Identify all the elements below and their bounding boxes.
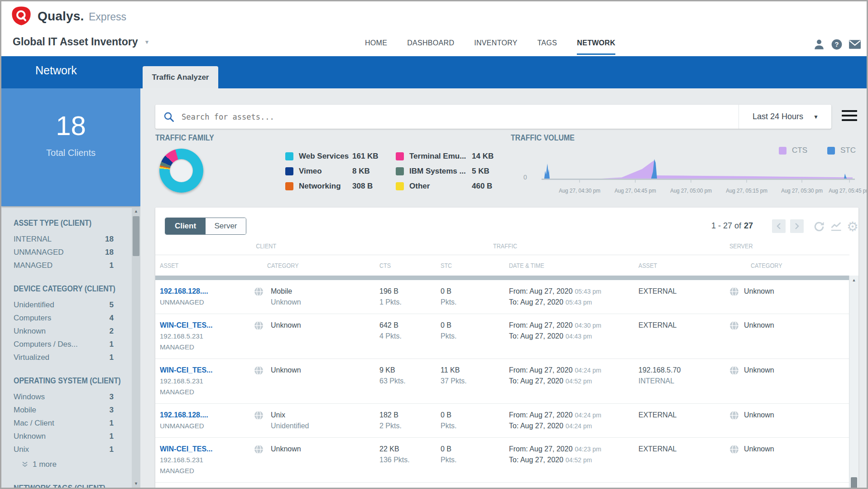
chart-view-button[interactable] [829,219,844,234]
asset-link[interactable]: 192.168.128.... [155,410,248,421]
horizontal-scrollbar[interactable] [155,276,849,280]
table-scrollbar[interactable]: ▲ ▼ [849,276,858,488]
filter-group-network-tags: NETWORK TAGS (CLIENT) [1,483,132,488]
traffic-family-donut-chart [159,149,203,193]
legend-swatch-vimeo [285,167,293,175]
table-row[interactable]: 192.168.128....UNMANAGED MobileUnknown 1… [155,280,849,314]
globe-icon [254,411,264,431]
chevron-down-icon: ▼ [813,114,819,120]
sidebar-item-unknown-os[interactable]: Unknown1 [1,430,132,443]
mail-icon[interactable] [849,39,861,50]
pagination-label: 1 - 27 of27 [711,221,753,231]
search-icon [163,111,174,122]
legend-swatch-networking [285,182,293,190]
page-title: Network [35,64,77,77]
menu-icon[interactable] [842,110,857,124]
sidebar-item-unknown[interactable]: Unknown2 [1,324,132,338]
scroll-down-icon[interactable]: ▼ [132,479,140,488]
globe-icon [254,366,264,397]
main-nav: HOME DASHBOARD INVENTORY TAGS NETWORK [365,39,615,55]
scrollbar-thumb[interactable] [851,477,857,488]
group-title: NETWORK TAGS (CLIENT) [14,483,106,488]
table-row[interactable]: WIN-CEI_TES...192.168.5.231MANAGED Unkno… [155,438,849,483]
nav-tags[interactable]: TAGS [537,39,557,55]
table-row[interactable]: 192.168.128....UNMANAGED UnixUnidentifie… [155,404,849,438]
globe-icon [729,411,739,431]
next-page-button[interactable] [790,219,804,233]
top-icons: ? [813,39,861,50]
group-title: DEVICE CATEGORY (CLIENT) [14,284,115,294]
asset-link[interactable]: WIN-CEI_TES... [155,320,248,331]
toggle-client-button[interactable]: Client [165,218,206,234]
asset-link[interactable]: 192.168.128.... [155,286,248,297]
svg-text:?: ? [834,40,839,48]
traffic-volume-area-chart [538,144,858,185]
search-input[interactable] [181,112,739,122]
legend-swatch-ibm [396,167,404,175]
legend-swatch-web-services [285,152,293,160]
table-row[interactable]: WIN-CEI_TES...192.168.5.231MANAGED Unkno… [155,314,849,359]
group-title: OPERATING SYSTEM (CLIENT) [14,376,120,386]
sidebar: 18 Total Clients ASSET TYPE (CLIENT) INT… [1,88,140,488]
tab-traffic-analyzer[interactable]: Traffic Analyzer [143,66,218,88]
sidebar-item-internal[interactable]: INTERNAL18 [1,232,132,246]
sidebar-item-unmanaged[interactable]: UNMANAGED18 [1,246,132,259]
traffic-volume-title: TRAFFIC VOLUME [511,133,587,143]
nav-dashboard[interactable]: DASHBOARD [407,39,454,55]
globe-icon [254,321,264,353]
traffic-family-title: TRAFFIC FAMILY [155,133,225,143]
show-more-link[interactable]: 1 more [22,458,132,471]
toggle-server-button[interactable]: Server [206,218,246,234]
gear-icon: ⚙ [847,220,858,233]
nav-inventory[interactable]: INVENTORY [474,39,517,55]
scroll-up-icon[interactable]: ▲ [132,207,140,215]
traffic-family-legend: Web Services 161 KB Terminal Emu... 14 K… [285,152,504,191]
y-axis-zero-label: 0 [523,174,527,181]
app-window: Qualys. Express Global IT Asset Inventor… [0,0,868,489]
help-icon[interactable]: ? [831,39,843,50]
table-row[interactable]: WIN-CEI_TES...192.168.5.231MANAGED Unkno… [155,359,849,404]
client-server-toggle: Client Server [165,218,246,235]
nav-network[interactable]: NETWORK [577,39,615,55]
sidebar-item-managed[interactable]: MANAGED1 [1,259,132,272]
total-clients-value: 18 [1,110,140,141]
sidebar-item-mobile[interactable]: Mobile3 [1,403,132,416]
x-axis-labels: Aug 27, 04:30 pm Aug 27, 04:45 pm Aug 27… [538,187,858,195]
time-range-dropdown[interactable]: Last 24 Hours ▼ [739,105,831,129]
user-icon[interactable] [813,39,825,50]
results-panel: Client Server 1 - 27 of27 [155,208,858,488]
settings-button[interactable]: ⚙ [845,219,860,234]
nav-home[interactable]: HOME [365,39,387,55]
sidebar-item-unix[interactable]: Unix1 [1,443,132,456]
top-bar: Qualys. Express Global IT Asset Inventor… [1,1,867,56]
globe-icon [254,287,264,308]
double-chevron-down-icon [22,461,28,468]
prev-page-button[interactable] [772,219,786,233]
sidebar-item-unidentified[interactable]: Unidentified5 [1,298,132,311]
sidebar-item-windows[interactable]: Windows3 [1,390,132,403]
refresh-button[interactable] [812,219,826,234]
sidebar-item-virtualized[interactable]: Virtualized1 [1,351,132,364]
sidebar-item-computers[interactable]: Computers4 [1,311,132,324]
filter-group-device-category: DEVICE CATEGORY (CLIENT) Unidentified5 C… [1,284,132,364]
brand-edition: Express [89,11,126,23]
chevron-right-icon [795,223,799,229]
sidebar-filters: ASSET TYPE (CLIENT) INTERNAL18 UNMANAGED… [1,206,132,488]
legend-swatch-terminal [396,152,404,160]
sidebar-item-computers-des[interactable]: Computers / Des...1 [1,338,132,351]
product-switcher[interactable]: Global IT Asset Inventory▼ [13,36,149,48]
legend-swatch-other [396,182,404,190]
brand-name: Qualys. [38,9,84,24]
asset-link[interactable]: WIN-CEI_TES... [155,444,248,455]
sidebar-item-mac-client[interactable]: Mac / Client1 [1,416,132,430]
globe-icon [729,287,739,308]
main-content: Last 24 Hours ▼ TRAFFIC FAMILY Web Servi… [140,88,867,488]
scrollbar-thumb[interactable] [133,216,139,256]
globe-icon [729,366,739,397]
asset-link[interactable]: WIN-CEI_TES... [155,365,248,376]
refresh-icon [813,220,825,233]
group-title: ASSET TYPE (CLIENT) [14,218,91,228]
table-group-headers: CLIENT TRAFFIC SERVER [155,239,849,255]
sidebar-scrollbar[interactable]: ▲ ▼ [132,207,140,488]
scroll-up-icon[interactable]: ▲ [849,276,858,285]
